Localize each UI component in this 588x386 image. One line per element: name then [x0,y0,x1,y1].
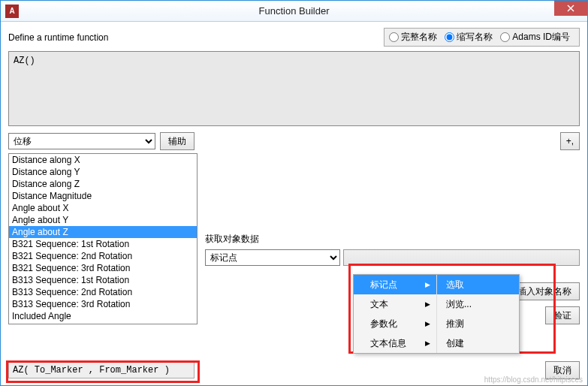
name-mode-radiogroup: 完整名称 缩写名称 Adams ID编号 [384,28,580,47]
context-menu-row[interactable]: 参数化▶推测 [354,314,519,333]
function-list-item[interactable]: Included Angle [9,310,197,322]
verify-button[interactable]: 验证 [545,306,580,324]
function-list-item[interactable]: Distance along Y [9,166,197,178]
category-dropdown[interactable]: 位移 [8,133,155,149]
context-menu-right[interactable]: 创建 [436,333,519,353]
function-list-item[interactable]: B313 Sequence: 3rd Rotation [9,298,197,310]
context-menu-right[interactable]: 推测 [436,314,519,333]
function-list-item[interactable]: B313 Sequence: 2nd Rotation [9,286,197,298]
close-button[interactable] [554,1,587,16]
assist-button[interactable]: 辅助 [160,132,194,150]
object-type-dropdown[interactable]: 标记点 [205,249,340,266]
function-list[interactable]: Distance along XDistance along YDistance… [8,153,198,324]
function-list-item[interactable]: B321 Sequence: 3rd Rotation [9,262,197,274]
function-list-item[interactable]: Angle about Z [9,226,197,238]
function-signature: AZ( To_Marker , From_Marker ) [8,362,194,378]
context-menu[interactable]: 标记点▶选取文本▶浏览...参数化▶推测文本信息▶创建 [353,274,520,354]
context-menu-right[interactable]: 浏览... [436,294,519,314]
context-menu-row[interactable]: 文本信息▶创建 [354,333,519,353]
context-menu-right[interactable]: 选取 [436,275,519,294]
plus-button[interactable]: +, [560,132,580,150]
submenu-arrow-icon: ▶ [425,339,430,347]
context-menu-left[interactable]: 标记点▶ [354,275,436,294]
function-body-textarea[interactable]: AZ() [8,51,580,126]
context-menu-row[interactable]: 文本▶浏览... [354,294,519,314]
window-title: Function Builder [259,5,330,17]
insert-object-name-button[interactable]: 插入对象名称 [509,282,580,300]
function-list-item[interactable]: B321 Sequence: 2nd Rotation [9,250,197,262]
submenu-arrow-icon: ▶ [425,320,430,327]
function-list-item[interactable]: Angle about Y [9,214,197,226]
close-icon [567,5,574,12]
context-menu-left[interactable]: 参数化▶ [354,314,436,333]
context-menu-left[interactable]: 文本信息▶ [354,333,436,353]
context-menu-left[interactable]: 文本▶ [354,294,436,314]
submenu-arrow-icon: ▶ [425,281,430,288]
function-list-item[interactable]: Distance along Z [9,178,197,190]
radio-short-name[interactable]: 缩写名称 [445,31,493,44]
function-list-item[interactable]: Distance Magnitude [9,190,197,202]
function-list-item[interactable]: B313 Sequence: 1st Rotation [9,274,197,286]
object-field[interactable] [343,249,580,266]
function-list-item[interactable]: Distance along X [9,154,197,166]
watermark: https://blog.csdn.net/hitpisces [484,375,583,384]
title-bar: A Function Builder [1,1,587,22]
context-menu-row[interactable]: 标记点▶选取 [354,275,519,294]
radio-adams-id[interactable]: Adams ID编号 [500,31,570,44]
function-list-item[interactable]: B321 Sequence: 1st Rotation [9,238,197,250]
define-label: Define a runtime function [8,32,108,43]
app-icon: A [5,5,19,18]
function-list-item[interactable]: Modal Displacement [9,322,197,324]
function-list-item[interactable]: Angle about X [9,202,197,214]
get-object-label: 获取对象数据 [205,233,580,246]
submenu-arrow-icon: ▶ [425,300,430,308]
radio-full-name[interactable]: 完整名称 [389,31,437,44]
